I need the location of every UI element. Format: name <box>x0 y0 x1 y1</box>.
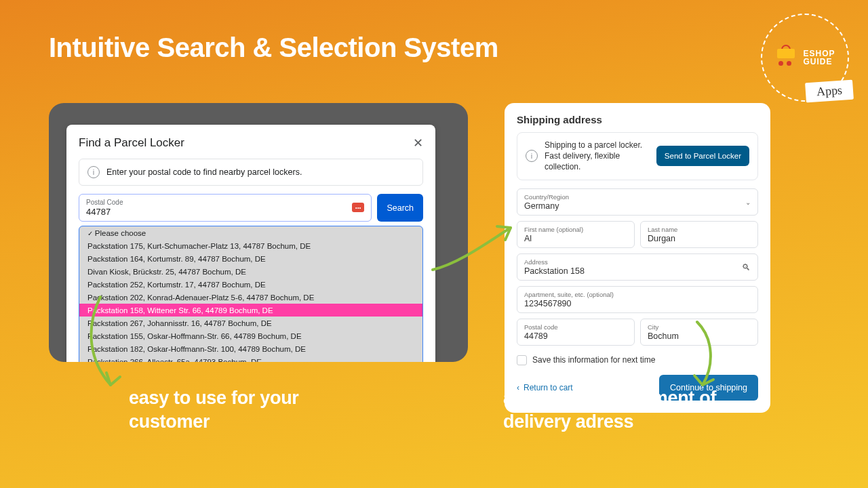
first-name-input[interactable]: First name (optional) Al <box>517 221 635 248</box>
caption-right: automated adjustment of delivery adress <box>503 386 774 434</box>
search-icon[interactable]: 🔍︎ <box>742 262 751 272</box>
info-icon: i <box>87 166 100 178</box>
dropdown-option[interactable]: Packstation 155, Oskar-Hoffmann-Str. 66,… <box>79 329 422 342</box>
modal-hint: i Enter your postal code to find nearby … <box>79 159 423 186</box>
apartment-value: 1234567890 <box>524 299 751 308</box>
postal-code-label: Postal Code <box>86 199 364 206</box>
postal-code-input[interactable]: Postal Code 44787 ••• <box>79 194 372 222</box>
dropdown-option[interactable]: Packstation 202, Konrad-Adenauer-Platz 5… <box>79 291 422 304</box>
city-input[interactable]: City Bochum <box>640 319 758 346</box>
country-select[interactable]: Country/Region Germany ⌄ <box>517 188 758 216</box>
dropdown-option[interactable]: Packstation 266, Alleestr. 65a, 44793 Bo… <box>79 355 422 362</box>
last-name-value: Durgan <box>648 234 751 243</box>
locker-dropdown[interactable]: Please choosePackstation 175, Kurt-Schum… <box>79 226 423 362</box>
first-name-label: First name (optional) <box>524 226 627 233</box>
country-label: Country/Region <box>524 193 751 201</box>
checkout-heading: Shipping address <box>517 114 758 125</box>
first-name-value: Al <box>524 234 627 243</box>
search-button[interactable]: Search <box>377 194 423 222</box>
banner-line2: Fast delivery, flexible collection. <box>545 150 650 172</box>
country-value: Germany <box>524 201 751 211</box>
logo-apps-badge: Apps <box>805 80 854 103</box>
save-info-label: Save this information for next time <box>532 355 655 365</box>
page-title: Intuitive Search & Selection System <box>49 33 498 63</box>
city-label: City <box>648 323 751 331</box>
postal-code-value: 44787 <box>86 207 364 217</box>
apartment-label: Apartment, suite, etc. (optional) <box>524 291 751 298</box>
info-icon: i <box>526 150 538 162</box>
dropdown-option[interactable]: Packstation 164, Kortumstr. 89, 44787 Bo… <box>79 252 422 265</box>
chevron-down-icon: ⌄ <box>745 198 751 205</box>
logo-text-line2: GUIDE <box>803 58 835 66</box>
last-name-input[interactable]: Last name Durgan <box>640 221 758 248</box>
city-value: Bochum <box>648 331 751 341</box>
field-action-icon[interactable]: ••• <box>352 203 364 212</box>
postal-code-input-checkout[interactable]: Postal code 44789 <box>517 319 635 346</box>
dropdown-option[interactable]: Packstation 175, Kurt-Schumacher-Platz 1… <box>79 239 422 252</box>
dropdown-option[interactable]: Divan Kiosk, Brückstr. 25, 44787 Bochum,… <box>79 265 422 278</box>
search-modal-frame: Find a Parcel Locker ✕ i Enter your post… <box>49 103 468 362</box>
checkout-postal-value: 44789 <box>524 331 627 341</box>
close-icon[interactable]: ✕ <box>413 136 423 150</box>
dropdown-option[interactable]: Packstation 158, Wittener Str. 66, 44789… <box>79 304 422 317</box>
checkout-panel: Shipping address i Shipping to a parcel … <box>505 103 770 413</box>
banner-line1: Shipping to a parcel locker. <box>545 140 650 150</box>
cart-icon <box>774 49 797 66</box>
parcel-locker-banner: i Shipping to a parcel locker. Fast deli… <box>517 132 758 180</box>
dropdown-placeholder[interactable]: Please choose <box>79 226 422 239</box>
modal-title: Find a Parcel Locker <box>79 136 184 150</box>
apartment-input[interactable]: Apartment, suite, etc. (optional) 123456… <box>517 286 758 313</box>
address-input[interactable]: Address Packstation 158 🔍︎ <box>517 253 758 281</box>
dropdown-option[interactable]: Packstation 182, Oskar-Hoffmann-Str. 100… <box>79 342 422 355</box>
checkout-postal-label: Postal code <box>524 323 627 331</box>
address-value: Packstation 158 <box>524 266 751 276</box>
address-label: Address <box>524 258 751 266</box>
modal-hint-text: Enter your postal code to find nearby pa… <box>106 167 302 177</box>
dropdown-option[interactable]: Packstation 252, Kortumstr. 17, 44787 Bo… <box>79 278 422 291</box>
parcel-locker-modal: Find a Parcel Locker ✕ i Enter your post… <box>66 125 435 362</box>
caption-left: easy to use for your customer <box>129 386 346 434</box>
send-to-locker-button[interactable]: Send to Parcel Locker <box>656 146 749 166</box>
last-name-label: Last name <box>648 226 751 233</box>
save-info-checkbox[interactable] <box>517 355 527 365</box>
dropdown-option[interactable]: Packstation 267, Johannisstr. 16, 44787 … <box>79 317 422 329</box>
